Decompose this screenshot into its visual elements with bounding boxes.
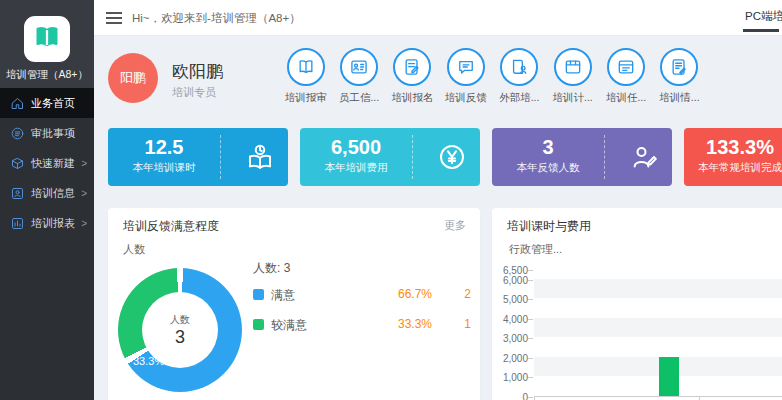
stat-divider: [220, 135, 221, 179]
stat-card-0: 12.5本年培训课时: [108, 128, 288, 186]
quick-action-1[interactable]: 员工信...: [332, 48, 385, 105]
bar-0: [659, 357, 679, 396]
y-axis-tick-label: 6,000: [488, 275, 528, 286]
bar-chart-legend: 行政管理...: [509, 242, 562, 257]
stat-divider: [604, 135, 605, 179]
chevron-right-icon: >: [81, 188, 87, 199]
more-link[interactable]: 更多: [444, 218, 466, 233]
sidebar-item-2[interactable]: 快速新建>: [0, 148, 94, 178]
sidebar-item-4[interactable]: 培训报表>: [0, 208, 94, 238]
yen-icon: [426, 128, 478, 186]
header-tab-underline: [743, 29, 779, 32]
legend-count: 2: [464, 287, 471, 301]
hamburger-menu-icon[interactable]: [106, 12, 122, 24]
legend-swatch: [253, 289, 264, 300]
legend-percent: 66.7%: [398, 287, 432, 301]
donut-center-value: 3: [175, 327, 185, 348]
feedback-panel-title: 培训反馈满意程度: [123, 218, 219, 235]
quick-action-2[interactable]: 培训报名: [386, 48, 439, 105]
stat-value: 3: [492, 136, 604, 159]
stat-card-3: 133.3%本年常规培训完成: [684, 128, 782, 186]
profile-name: 欧阳鹏: [172, 60, 223, 83]
main-content: 阳鹏 欧阳鹏 培训专员 培训报审员工信...培训报名培训反馈外部培...培训计.…: [94, 36, 782, 400]
sidebar-item-1[interactable]: 审批事项: [0, 118, 94, 148]
stat-label: 本年常规培训完成: [684, 161, 782, 175]
header-tab-pc[interactable]: PC端培训管: [745, 9, 782, 24]
chevron-right-icon: >: [81, 158, 87, 169]
quick-action-circle[interactable]: [500, 48, 538, 86]
quick-action-0[interactable]: 培训报审: [279, 48, 332, 105]
stat-card-1: 6,500本年培训费用: [300, 128, 480, 186]
legend-row-1[interactable]: 较满意33.3%1: [253, 314, 471, 344]
book-clock-icon: [234, 128, 286, 186]
stat-value: 133.3%: [684, 136, 782, 159]
legend-row-0[interactable]: 满意66.7%2: [253, 284, 471, 314]
home-icon: [10, 96, 25, 111]
quick-action-label: 培训反馈: [439, 91, 492, 105]
y-axis-tick-label: 0: [488, 392, 528, 400]
sidebar-item-0[interactable]: 业务首页: [0, 88, 94, 118]
quick-action-4[interactable]: 外部培...: [493, 48, 546, 105]
person-edit-icon: [618, 128, 670, 186]
stat-divider: [412, 135, 413, 179]
sidebar: 培训管理（A8+） 业务首页审批事项快速新建>培训信息>培训报表>: [0, 0, 94, 400]
stat-label: 本年培训费用: [300, 161, 412, 175]
quick-action-label: 培训报名: [386, 91, 439, 105]
donut-legend-title: 人数: 3: [253, 260, 290, 277]
y-axis-tick-label: 6,500: [488, 265, 528, 276]
y-axis-tick-mark: [528, 280, 533, 281]
legend-label: 满意: [271, 287, 295, 304]
approval-icon: [10, 126, 25, 141]
y-axis-tick-mark: [528, 338, 533, 339]
training-report-icon: [10, 216, 25, 231]
stat-card-2: 3本年反馈人数: [492, 128, 672, 186]
y-axis-tick-label: 5,000: [488, 294, 528, 305]
y-axis-tick-mark: [528, 270, 533, 271]
quick-action-label: 培训计...: [546, 91, 599, 105]
quick-new-icon: [10, 156, 25, 171]
quick-action-label: 外部培...: [493, 91, 546, 105]
y-axis-tick-label: 3,000: [488, 333, 528, 344]
quick-action-5[interactable]: 培训计...: [546, 48, 599, 105]
stat-value: 12.5: [108, 136, 220, 159]
stat-label: 本年培训课时: [108, 161, 220, 175]
quick-action-circle[interactable]: [607, 48, 645, 86]
y-axis-tick-label: 4,000: [488, 314, 528, 325]
quick-action-label: 培训任...: [599, 91, 652, 105]
quick-action-circle[interactable]: [447, 48, 485, 86]
quick-action-circle[interactable]: [287, 48, 325, 86]
y-axis-tick-mark: [528, 358, 533, 359]
legend-count: 1: [464, 317, 471, 331]
header-greeting: Hi~，欢迎来到-培训管理（A8+）: [132, 11, 301, 26]
sidebar-item-label: 快速新建: [31, 156, 75, 171]
training-cost-panel: 培训课时与费用 行政管理... 01,0002,0003,0004,0005,0…: [492, 208, 782, 400]
legend-swatch: [253, 319, 264, 330]
y-axis-tick-mark: [528, 397, 533, 398]
feedback-axis-label: 人数: [123, 242, 145, 257]
y-axis-tick-mark: [528, 319, 533, 320]
donut-legend: 满意66.7%2较满意33.3%1: [253, 284, 471, 344]
y-axis-tick-label: 1,000: [488, 372, 528, 383]
quick-action-circle[interactable]: [393, 48, 431, 86]
quick-action-circle[interactable]: [554, 48, 592, 86]
legend-label: 较满意: [271, 317, 307, 334]
sidebar-item-label: 业务首页: [31, 96, 75, 111]
quick-action-label: 培训报审: [279, 91, 332, 105]
sidebar-item-3[interactable]: 培训信息>: [0, 178, 94, 208]
y-axis-tick-label: 2,000: [488, 353, 528, 364]
quick-action-3[interactable]: 培训反馈: [439, 48, 492, 105]
quick-action-7[interactable]: 培训情...: [653, 48, 706, 105]
sidebar-item-label: 培训信息: [31, 186, 75, 201]
header: Hi~，欢迎来到-培训管理（A8+） PC端培训管: [94, 0, 782, 36]
app-logo-block: 培训管理（A8+）: [0, 0, 94, 88]
bar-chart-plot: [534, 270, 782, 397]
sidebar-item-label: 审批事项: [31, 126, 75, 141]
quick-action-6[interactable]: 培训任...: [599, 48, 652, 105]
training-info-icon: [10, 186, 25, 201]
y-axis-tick-mark: [528, 377, 533, 378]
quick-action-label: 培训情...: [653, 91, 706, 105]
profile-role: 培训专员: [172, 85, 216, 100]
quick-action-circle[interactable]: [660, 48, 698, 86]
quick-action-circle[interactable]: [340, 48, 378, 86]
stat-label: 本年反馈人数: [492, 161, 604, 175]
